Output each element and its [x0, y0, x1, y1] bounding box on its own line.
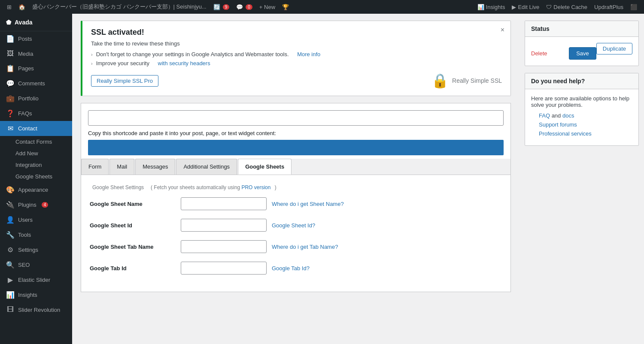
gs-input-sheet-id[interactable]: [181, 219, 267, 232]
home-icon: 🏠: [18, 4, 25, 10]
home-icon-item[interactable]: 🏠: [15, 0, 29, 14]
tab-mail[interactable]: Mail: [109, 159, 134, 175]
sidebar-item-portfolio[interactable]: 💼 Portfolio: [0, 91, 72, 106]
wp-logo[interactable]: ⊞: [3, 0, 15, 14]
updates-item[interactable]: 🔄 9: [210, 0, 233, 14]
cf7-title-input[interactable]: [88, 110, 504, 126]
help-item-support: Support forums: [539, 121, 632, 128]
sidebar: ⬟ Avada 📄 Posts 🖼 Media 📋 Pages 💬 Commen…: [0, 14, 72, 344]
users-icon: 👤: [6, 216, 15, 224]
tab-messages[interactable]: Messages: [135, 159, 175, 175]
gs-field-row-tab-name: Google Sheet Tab Name Where do i get Tab…: [90, 240, 502, 253]
plugins-icon: 🔌: [6, 201, 15, 209]
yoast-icon-item[interactable]: 🏆: [279, 0, 292, 14]
help-panel-box: Do you need help? Here are some availabl…: [525, 73, 639, 146]
sidebar-item-plugins[interactable]: 🔌 Plugins 4: [0, 197, 72, 212]
site-name[interactable]: 盛心バンクーバー（旧盛和塾シカゴ バンクーバー支部）| Seishinjyu..…: [29, 0, 210, 14]
cf7-shortcode-section: Copy this shortcode and paste it into yo…: [81, 103, 510, 159]
tab-form[interactable]: Form: [81, 159, 109, 175]
chevron-icon-2: ›: [91, 61, 93, 66]
sidebar-item-pages[interactable]: 📋 Pages: [0, 61, 72, 76]
pro-version-link[interactable]: PRO version: [241, 184, 270, 190]
new-item[interactable]: + New: [256, 0, 279, 14]
updraftplus-item[interactable]: UpdraftPlus: [591, 4, 627, 10]
settings-icon: ⚙: [6, 246, 15, 254]
sidebar-item-settings[interactable]: ⚙ Settings: [0, 242, 72, 257]
edit-live-item[interactable]: ▶ Edit Live: [508, 4, 543, 10]
gs-label-sheet-name: Google Sheet Name: [90, 201, 176, 207]
sidebar-item-slider-revolution[interactable]: 🎞 Slider Revolution: [0, 302, 72, 317]
tab-google-sheets[interactable]: Google Sheets: [238, 159, 292, 175]
ssl-security-headers-link[interactable]: with security headers: [158, 60, 210, 66]
tools-icon: 🔧: [6, 231, 15, 239]
gs-link-sheet-id[interactable]: Google Sheet Id?: [272, 222, 315, 229]
wp-icon: ⊞: [7, 4, 12, 10]
sidebar-item-contact[interactable]: ✉ Contact: [0, 121, 72, 136]
gs-link-tab-name[interactable]: Where do i get Tab Name?: [272, 244, 338, 250]
ssl-notice-list: › Don't forget to change your settings i…: [91, 51, 502, 66]
cf7-area: Copy this shortcode and paste it into yo…: [81, 103, 511, 292]
sidebar-item-users[interactable]: 👤 Users: [0, 212, 72, 227]
sidebar-item-media[interactable]: 🖼 Media: [0, 46, 72, 61]
ssl-notice: × SSL activated! Take the time to review…: [81, 21, 511, 96]
posts-icon: 📄: [6, 35, 15, 43]
support-forums-link[interactable]: Support forums: [539, 121, 577, 128]
sidebar-item-seo[interactable]: 🔍 SEO: [0, 257, 72, 272]
gs-label-tab-id: Google Tab Id: [90, 265, 176, 272]
sidebar-sub-google-sheets[interactable]: Google Sheets: [0, 171, 72, 182]
ssl-item1-text: Don't forget to change your settings in …: [96, 51, 289, 57]
sidebar-item-tools[interactable]: 🔧 Tools: [0, 227, 72, 242]
gs-field-row-sheet-name: Google Sheet Name Where do i get Sheet N…: [90, 197, 502, 210]
yoast-icon: 🏆: [282, 4, 289, 10]
status-actions: Delete Save: [531, 47, 596, 60]
sidebar-sub-add-new[interactable]: Add New: [0, 148, 72, 159]
ssl-pro-button[interactable]: Really Simple SSL Pro: [91, 75, 158, 87]
help-text: Here are some available options to help …: [531, 95, 632, 108]
duplicate-button[interactable]: Duplicate: [596, 43, 632, 54]
gs-input-tab-name[interactable]: [181, 240, 267, 253]
sidebar-item-comments[interactable]: 💬 Comments: [0, 76, 72, 91]
sidebar-item-posts[interactable]: 📄 Posts: [0, 31, 72, 46]
sidebar-item-faqs[interactable]: ❓ FAQs: [0, 106, 72, 121]
portfolio-icon: 💼: [6, 94, 15, 103]
docs-link[interactable]: docs: [562, 112, 574, 119]
gs-field-row-tab-id: Google Tab Id Google Tab Id?: [90, 262, 502, 275]
sidebar-sub-integration[interactable]: Integration: [0, 159, 72, 171]
tabs-container: Form Mail Messages Additional Settings G…: [81, 159, 510, 175]
ssl-more-info-link[interactable]: More info: [297, 51, 320, 57]
delete-cache-item[interactable]: 🛡 Delete Cache: [543, 4, 591, 10]
gs-link-tab-id[interactable]: Google Tab Id?: [272, 265, 310, 272]
gs-input-tab-id[interactable]: [181, 262, 267, 275]
insights-icon: 📊: [477, 4, 484, 10]
professional-services-link[interactable]: Professional services: [539, 130, 592, 137]
sidebar-item-appearance[interactable]: 🎨 Appearance: [0, 182, 72, 197]
ssl-title: SSL activated!: [91, 28, 502, 37]
cache-icon: 🛡: [546, 4, 552, 10]
ssl-notice-item-1: › Don't forget to change your settings i…: [91, 51, 502, 57]
lock-icon: 🔒: [431, 72, 449, 89]
comments-icon: 💬: [236, 4, 243, 10]
screen-options-item[interactable]: ⬛: [627, 4, 641, 10]
edit-live-icon: ▶: [512, 4, 516, 10]
insights-sidebar-icon: 📊: [6, 291, 15, 299]
save-button[interactable]: Save: [569, 47, 596, 60]
sidebar-item-insights[interactable]: 📊 Insights: [0, 287, 72, 302]
sidebar-item-elastic-slider[interactable]: ▶ Elastic Slider: [0, 272, 72, 287]
comments-item[interactable]: 💬 0: [233, 0, 256, 14]
status-panel-body: Duplicate Delete Save: [525, 37, 638, 66]
comments-sidebar-icon: 💬: [6, 79, 15, 88]
gs-input-sheet-name[interactable]: [181, 197, 267, 210]
tab-additional-settings[interactable]: Additional Settings: [176, 159, 237, 175]
sidebar-sub-contact-forms[interactable]: Contact Forms: [0, 136, 72, 148]
delete-button[interactable]: Delete: [531, 48, 547, 59]
cf7-shortcode-bar[interactable]: [88, 140, 504, 155]
faq-link[interactable]: FAQ: [539, 112, 550, 119]
ssl-logo: 🔒 Really Simple SSL: [431, 72, 502, 89]
gs-link-sheet-name[interactable]: Where do i get Sheet Name?: [272, 201, 344, 207]
sidebar-panel: Status Duplicate Delete Save: [519, 14, 644, 344]
sidebar-logo[interactable]: ⬟ Avada: [0, 14, 72, 31]
help-list: FAQ and docs Support forums Professional…: [531, 112, 632, 137]
insights-item[interactable]: 📊 Insights: [474, 4, 509, 10]
ssl-close-button[interactable]: ×: [501, 26, 504, 34]
faqs-icon: ❓: [6, 109, 15, 118]
